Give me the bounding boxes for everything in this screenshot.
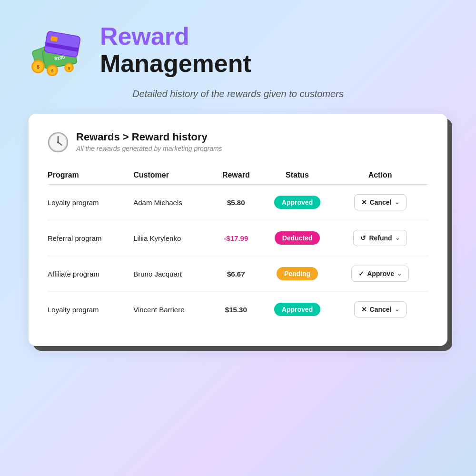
svg-text:$: $ bbox=[68, 66, 70, 70]
action-label: Cancel bbox=[370, 306, 392, 313]
cell-program: Affiliate program bbox=[48, 256, 133, 292]
action-icon: ↺ bbox=[360, 234, 366, 242]
chevron-down-icon: ⌄ bbox=[395, 235, 400, 241]
action-button[interactable]: ↺Refund⌄ bbox=[353, 230, 407, 246]
title-reward: Reward bbox=[100, 23, 251, 50]
cell-reward: $6.67 bbox=[215, 256, 263, 292]
cell-action[interactable]: ✕Cancel⌄ bbox=[337, 292, 428, 327]
cell-action[interactable]: ↺Refund⌄ bbox=[337, 220, 428, 256]
cell-reward: -$17.99 bbox=[215, 220, 263, 256]
page-header: $100 $100 $ $ $ Reward Management bbox=[29, 19, 447, 81]
card-header: Rewards > Reward history All the rewards… bbox=[48, 131, 428, 153]
status-badge: Pending bbox=[277, 267, 318, 280]
cell-action[interactable]: ✓Approve⌄ bbox=[337, 256, 428, 292]
header-text-block: Reward Management bbox=[100, 23, 251, 77]
card-header-text: Rewards > Reward history All the rewards… bbox=[76, 131, 222, 152]
col-reward: Reward bbox=[215, 166, 263, 185]
title-management: Management bbox=[100, 50, 251, 77]
action-label: Approve bbox=[367, 270, 394, 278]
cell-reward: $15.30 bbox=[215, 292, 263, 327]
svg-text:$: $ bbox=[51, 69, 53, 73]
cell-program: Referral program bbox=[48, 220, 133, 256]
card-description: All the rewards generated by marketing p… bbox=[76, 145, 222, 152]
svg-point-23 bbox=[57, 141, 59, 143]
clock-icon bbox=[48, 132, 69, 153]
table-row: Loyalty programVincent Barriere$15.30App… bbox=[48, 292, 428, 327]
cell-status: Pending bbox=[263, 256, 337, 292]
action-label: Cancel bbox=[370, 198, 392, 206]
table-row: Loyalty programAdam Michaels$5.80Approve… bbox=[48, 185, 428, 220]
cell-program: Loyalty program bbox=[48, 185, 133, 220]
cell-customer: Liliia Kyrylenko bbox=[133, 220, 215, 256]
table-row: Affiliate programBruno Jacquart$6.67Pend… bbox=[48, 256, 428, 292]
cell-status: Approved bbox=[263, 185, 337, 220]
svg-text:$: $ bbox=[37, 64, 40, 69]
action-icon: ✕ bbox=[361, 198, 367, 206]
chevron-down-icon: ⌄ bbox=[395, 306, 399, 313]
action-icon: ✕ bbox=[361, 306, 367, 313]
col-status: Status bbox=[263, 166, 337, 185]
action-label: Refund bbox=[369, 234, 392, 242]
cell-action[interactable]: ✕Cancel⌄ bbox=[337, 185, 428, 220]
reward-icon: $100 $100 $ $ $ bbox=[29, 19, 90, 81]
cell-customer: Adam Michaels bbox=[133, 185, 215, 220]
action-button[interactable]: ✓Approve⌄ bbox=[351, 266, 409, 282]
status-badge: Approved bbox=[274, 303, 320, 316]
cell-program: Loyalty program bbox=[48, 292, 133, 327]
cell-status: Deducted bbox=[263, 220, 337, 256]
cell-reward: $5.80 bbox=[215, 185, 263, 220]
action-button[interactable]: ✕Cancel⌄ bbox=[354, 194, 407, 210]
cell-customer: Bruno Jacquart bbox=[133, 256, 215, 292]
action-button[interactable]: ✕Cancel⌄ bbox=[354, 301, 407, 317]
status-badge: Approved bbox=[274, 196, 320, 209]
col-program: Program bbox=[48, 166, 133, 185]
status-badge: Deducted bbox=[275, 231, 320, 245]
cell-customer: Vincent Barriere bbox=[133, 292, 215, 327]
action-icon: ✓ bbox=[358, 270, 364, 278]
table-row: Referral programLiliia Kyrylenko-$17.99D… bbox=[48, 220, 428, 256]
page-subtitle: Detailed history of the rewards given to… bbox=[29, 89, 447, 99]
col-action: Action bbox=[337, 166, 428, 185]
table-header-row: Program Customer Reward Status Action bbox=[48, 166, 428, 185]
breadcrumb: Rewards > Reward history bbox=[76, 131, 222, 143]
col-customer: Customer bbox=[133, 166, 215, 185]
reward-history-card: Rewards > Reward history All the rewards… bbox=[29, 114, 447, 346]
chevron-down-icon: ⌄ bbox=[395, 199, 399, 206]
cell-status: Approved bbox=[263, 292, 337, 327]
chevron-down-icon: ⌄ bbox=[397, 270, 402, 277]
rewards-table: Program Customer Reward Status Action Lo… bbox=[48, 166, 428, 327]
